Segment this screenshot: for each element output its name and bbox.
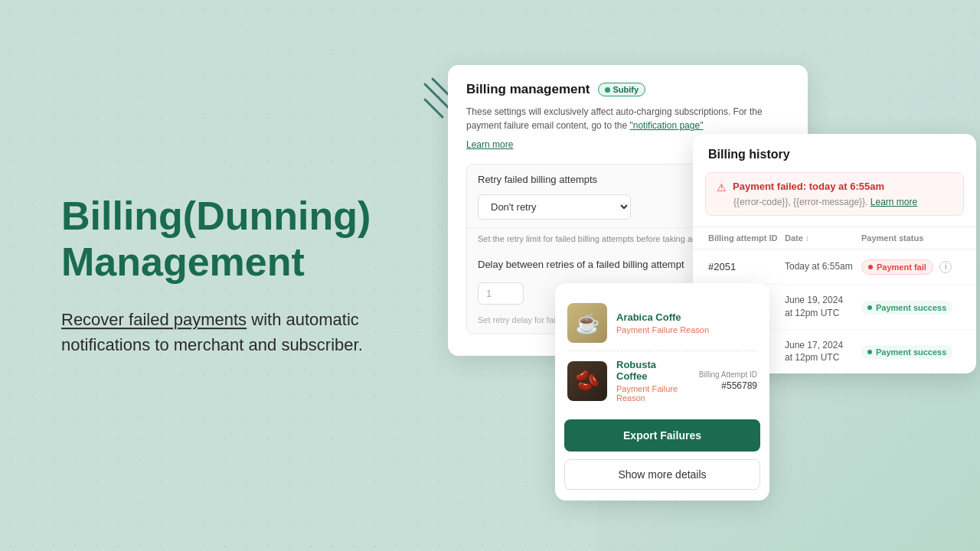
notification-page-link[interactable]: "notification page" [629, 120, 703, 131]
export-failures-button[interactable]: Export Failures [564, 419, 760, 452]
product-image-arabica: ☕ [567, 303, 607, 343]
col-header-id: Billing attempt ID [708, 233, 785, 243]
billing-date-2052: June 17, 2024at 12pm UTC [785, 339, 861, 365]
payment-failed-alert: ⚠ Payment failed: today at 6:55am {{erro… [705, 172, 964, 216]
product-name-arabica: Arabica Coffe [616, 311, 757, 323]
learn-more-link[interactable]: Learn more [466, 139, 513, 150]
card-title: Billing management [466, 82, 590, 97]
product-meta-robusta: Billing Attempt ID #556789 [699, 370, 757, 391]
subtitle-highlight: Recover failed payments [61, 310, 247, 329]
billing-attempt-value: #556789 [699, 380, 757, 391]
col-header-date[interactable]: Date [785, 233, 861, 243]
list-item: ☕ Arabica Coffe Payment Failure Reason [567, 295, 757, 351]
page-subtitle: Recover failed payments with automatic n… [61, 307, 390, 357]
failures-list: ☕ Arabica Coffe Payment Failure Reason 🫘… [555, 283, 769, 419]
billing-id-2051: #2051 [708, 261, 785, 272]
history-title: Billing history [708, 148, 790, 161]
table-row: #2051 Today at 6:55am Payment fail i [693, 249, 976, 285]
table-header: Billing attempt ID Date Payment status [693, 227, 976, 249]
page-title: Billing(Dunning) Management [61, 194, 390, 285]
alert-learn-more[interactable]: Learn more [871, 197, 917, 207]
subify-badge: Subify [598, 83, 646, 96]
alert-icon: ⚠ [717, 181, 727, 194]
history-header: Billing history [693, 134, 976, 172]
col-header-status: Payment status [861, 233, 961, 243]
svg-line-0 [425, 84, 450, 109]
status-cell-2051: Payment fail i [861, 259, 961, 275]
card-header: Billing management Subify [466, 82, 789, 97]
svg-line-2 [425, 99, 443, 117]
coffee-bag-icon: ☕ [575, 311, 599, 335]
status-badge-failed: Payment fail [861, 259, 933, 275]
billing-date-2050: June 19, 2024at 12pm UTC [785, 294, 861, 320]
product-name-robusta: Robusta Coffee [616, 359, 690, 382]
page-wrapper: Billing(Dunning) Management Recover fail… [0, 0, 980, 551]
product-info-robusta: Robusta Coffee Payment Failure Reason [616, 359, 690, 403]
info-icon-2051[interactable]: i [939, 261, 952, 273]
retry-select[interactable]: Don't retry [478, 194, 631, 220]
list-item: 🫘 Robusta Coffee Payment Failure Reason … [567, 351, 757, 410]
coffee-bag-dark-icon: 🫘 [575, 369, 599, 393]
hero-content: Billing(Dunning) Management Recover fail… [61, 194, 390, 357]
status-dot-success-2 [867, 350, 872, 354]
product-failure-arabica: Payment Failure Reason [616, 325, 757, 334]
status-dot-failed [868, 265, 873, 269]
status-cell-2050: Payment success [861, 299, 961, 315]
delay-input[interactable] [478, 282, 524, 305]
show-more-button[interactable]: Show more details [564, 459, 760, 490]
product-image-robusta: 🫘 [567, 361, 607, 401]
status-badge-success-2050: Payment success [861, 301, 952, 315]
billing-attempt-label: Billing Attempt ID [699, 370, 757, 379]
alert-detail: {{error-code}}, {{error-message}}. Learn… [733, 197, 952, 207]
card-description: These settings will exclusively affect a… [466, 105, 789, 132]
alert-row: ⚠ Payment failed: today at 6:55am [717, 181, 952, 194]
billing-date-2051: Today at 6:55am [785, 260, 861, 273]
status-cell-2052: Payment success [861, 344, 961, 359]
status-dot-success [867, 305, 872, 310]
product-failure-robusta: Payment Failure Reason [616, 384, 690, 403]
status-badge-success-2052: Payment success [861, 345, 952, 359]
failures-card: ☕ Arabica Coffe Payment Failure Reason 🫘… [555, 283, 769, 500]
product-info-arabica: Arabica Coffe Payment Failure Reason [616, 311, 757, 334]
alert-title: Payment failed: today at 6:55am [733, 181, 884, 192]
